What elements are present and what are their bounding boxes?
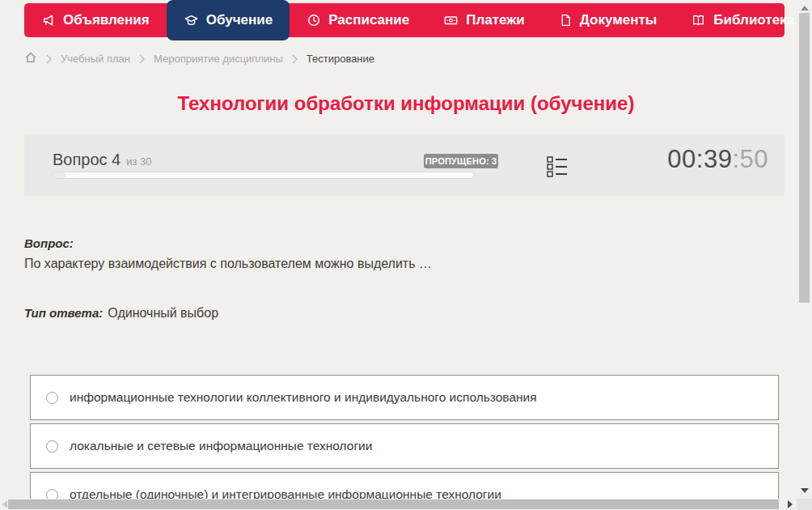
breadcrumb-item-curriculum[interactable]: Учебный план bbox=[61, 53, 130, 65]
answer-type: Тип ответа:Одиночный выбор bbox=[24, 306, 218, 321]
nav-item-education[interactable]: Обучение bbox=[167, 0, 290, 40]
test-page: Объявления Обучение Расписание Платежи bbox=[0, 0, 812, 510]
nav-item-payments[interactable]: Платежи bbox=[426, 0, 542, 40]
question-total: из 30 bbox=[126, 155, 151, 168]
test-progress-fill bbox=[53, 172, 66, 178]
timer-seconds: :50 bbox=[732, 145, 768, 173]
breadcrumb: Учебный план Мероприятие дисциплины Тест… bbox=[24, 51, 374, 66]
horizontal-scrollbar-thumb[interactable] bbox=[8, 499, 779, 509]
vertical-scrollbar-thumb[interactable] bbox=[799, 13, 810, 303]
nav-item-label: Документы bbox=[580, 12, 658, 28]
nav-item-label: Расписание bbox=[328, 12, 409, 28]
scroll-down-arrow-icon[interactable] bbox=[801, 488, 809, 493]
answer-type-value: Одиночный выбор bbox=[108, 306, 218, 320]
answer-options: информационные технологии коллективного … bbox=[30, 375, 779, 510]
scroll-left-arrow-icon[interactable] bbox=[2, 500, 7, 508]
timer-minutes: 00:39 bbox=[667, 145, 732, 173]
question-number: Вопрос 4 bbox=[53, 151, 121, 169]
answer-option-1[interactable]: информационные технологии коллективного … bbox=[30, 375, 779, 420]
question-label: Вопрос: bbox=[24, 236, 74, 250]
vertical-scrollbar[interactable] bbox=[797, 0, 812, 499]
radio-button[interactable] bbox=[46, 392, 58, 404]
graduation-cap-icon bbox=[184, 13, 199, 28]
home-icon[interactable] bbox=[24, 51, 37, 66]
breadcrumb-item-testing: Тестирование bbox=[307, 53, 374, 65]
nav-item-label: Платежи bbox=[466, 12, 525, 28]
answer-option-label: локальные и сетевые информационные техно… bbox=[70, 439, 372, 453]
radio-button[interactable] bbox=[46, 440, 58, 453]
nav-item-announcements[interactable]: Объявления bbox=[24, 0, 167, 40]
question-text: По характеру взаимодействия с пользовате… bbox=[24, 257, 432, 271]
breadcrumb-separator-icon bbox=[46, 54, 52, 64]
nav-item-documents[interactable]: Документы bbox=[542, 0, 675, 40]
main-nav: Объявления Обучение Расписание Платежи bbox=[24, 0, 785, 40]
skipped-badge: ПРОПУЩЕНО: 3 bbox=[424, 154, 498, 168]
nav-item-schedule[interactable]: Расписание bbox=[290, 0, 426, 40]
nav-item-label: Обучение bbox=[206, 12, 273, 28]
answer-type-label: Тип ответа: bbox=[24, 306, 103, 320]
open-book-icon bbox=[691, 13, 706, 28]
breadcrumb-separator-icon bbox=[292, 54, 298, 64]
clock-icon bbox=[307, 13, 321, 28]
scrollbar-corner bbox=[797, 499, 812, 510]
answer-option-label: информационные технологии коллективного … bbox=[70, 390, 537, 405]
page-title: Технологии обработки информации (обучени… bbox=[0, 92, 812, 115]
nav-item-library[interactable]: Библиотека bbox=[674, 0, 812, 40]
nav-item-label: Библиотека bbox=[713, 12, 794, 28]
nav-item-label: Объявления bbox=[63, 12, 150, 28]
question-header-panel: Вопрос 4 из 30 ПРОПУЩЕНО: 3 00:39:50 bbox=[24, 134, 785, 196]
document-icon bbox=[559, 13, 573, 28]
megaphone-icon bbox=[41, 13, 56, 28]
question-list-icon[interactable] bbox=[547, 155, 568, 181]
test-progress-bar bbox=[53, 172, 474, 179]
banknote-icon bbox=[443, 13, 459, 28]
answer-option-2[interactable]: локальные и сетевые информационные техно… bbox=[30, 423, 779, 469]
nav-items: Объявления Обучение Расписание Платежи bbox=[24, 0, 785, 40]
scroll-up-arrow-icon[interactable] bbox=[801, 6, 809, 11]
question-counter: Вопрос 4 из 30 bbox=[53, 151, 152, 169]
timer: 00:39:50 bbox=[667, 145, 768, 174]
breadcrumb-item-discipline-event[interactable]: Мероприятие дисциплины bbox=[154, 53, 283, 65]
horizontal-scrollbar[interactable] bbox=[0, 499, 797, 510]
scroll-right-arrow-icon[interactable] bbox=[788, 500, 793, 508]
breadcrumb-separator-icon bbox=[139, 54, 145, 64]
